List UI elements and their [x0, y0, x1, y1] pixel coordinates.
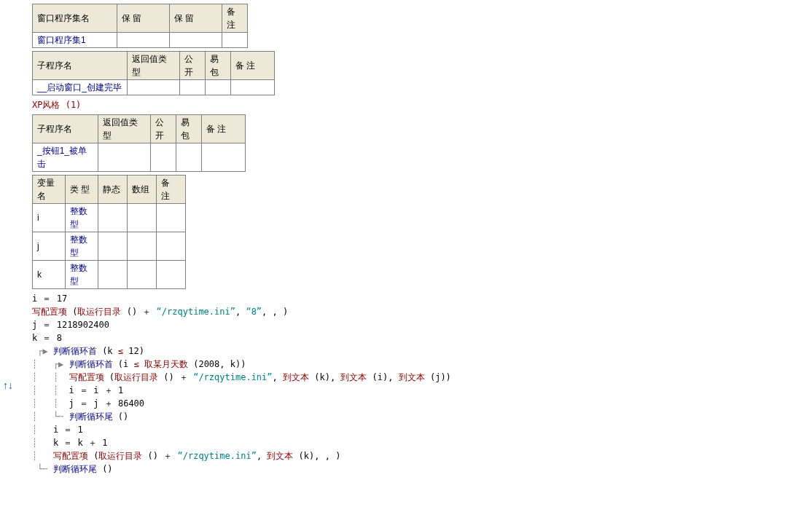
cell[interactable]: [222, 33, 248, 48]
code-line[interactable]: ┊ 写配置项 (取运行目录 () ＋ “/rzqytime.ini”, 到文本 …: [32, 449, 812, 462]
code-line[interactable]: i ＝ 17: [32, 292, 812, 305]
code-line[interactable]: ┊ └╌ 判断循环尾 (): [32, 410, 812, 423]
code-line[interactable]: └╌ 判断循环尾 (): [32, 462, 812, 476]
cell[interactable]: [128, 204, 157, 232]
col-yibao: 易包: [206, 52, 231, 80]
col-remark: 备 注: [157, 176, 186, 204]
table-row[interactable]: _按钮1_被单击: [33, 143, 246, 172]
var-type[interactable]: 整数型: [66, 261, 98, 289]
module-name-cell[interactable]: 窗口程序集1: [33, 33, 117, 48]
cell[interactable]: [98, 232, 128, 261]
code-line[interactable]: ┊ ┌▶ 判断循环首 (i ≤ 取某月天数 (2008, k)): [32, 358, 812, 371]
col-static: 静态: [98, 176, 128, 204]
code-line[interactable]: ┊ ┊ i ＝ i ＋ 1: [32, 384, 812, 397]
cell[interactable]: [157, 204, 186, 232]
cell[interactable]: [206, 80, 231, 95]
cell[interactable]: [202, 143, 246, 172]
col-sub-name: 子程序名: [33, 115, 98, 143]
code-line[interactable]: k ＝ 8: [32, 331, 812, 344]
sub-name-cell[interactable]: _按钮1_被单击: [33, 143, 98, 172]
table-row[interactable]: k 整数型: [33, 261, 186, 289]
code-line[interactable]: 写配置项 (取运行目录 () ＋ “/rzqytime.ini”, “8”, ,…: [32, 305, 812, 318]
code-line[interactable]: ┌▶ 判断循环首 (k ≤ 12): [32, 344, 812, 358]
code-line[interactable]: ┊ ┊ j ＝ j ＋ 86400: [32, 397, 812, 410]
col-sub-name: 子程序名: [33, 52, 128, 80]
cell[interactable]: [128, 261, 157, 289]
var-type[interactable]: 整数型: [66, 232, 98, 261]
var-name[interactable]: k: [33, 261, 66, 289]
cell[interactable]: [170, 33, 222, 48]
var-name[interactable]: j: [33, 232, 66, 261]
col-remark: 备 注: [222, 4, 248, 33]
cell[interactable]: [157, 261, 186, 289]
col-reserved1: 保 留: [117, 4, 170, 33]
cell[interactable]: [98, 143, 151, 172]
cell[interactable]: [231, 80, 275, 95]
code-note: XP风格 (1): [32, 98, 812, 111]
col-var-type: 类 型: [66, 176, 98, 204]
gutter-marker: ↑↓: [3, 379, 13, 392]
cell[interactable]: [128, 80, 180, 95]
var-name[interactable]: i: [33, 204, 66, 232]
col-array: 数组: [128, 176, 157, 204]
col-remark: 备 注: [202, 115, 246, 143]
cell[interactable]: [157, 232, 186, 261]
sub-table-1: 子程序名 返回值类型 公开 易包 备 注 __启动窗口_创建完毕: [32, 51, 275, 95]
cell[interactable]: [151, 143, 176, 172]
sub-table-2: 子程序名 返回值类型 公开 易包 备 注 _按钮1_被单击: [32, 114, 246, 172]
col-return: 返回值类型: [128, 52, 180, 80]
col-var-name: 变量名: [33, 176, 66, 204]
cell[interactable]: [128, 232, 157, 261]
code-line[interactable]: ┊ i ＝ 1: [32, 423, 812, 436]
col-public: 公开: [180, 52, 206, 80]
var-table: 变量名 类 型 静态 数组 备 注 i 整数型 j 整数型 k 整数型: [32, 175, 186, 289]
cell[interactable]: [117, 33, 170, 48]
col-yibao: 易包: [176, 115, 202, 143]
module-table: 窗口程序集名 保 留 保 留 备 注 窗口程序集1: [32, 4, 248, 48]
table-row[interactable]: 窗口程序集1: [33, 33, 248, 48]
code-block[interactable]: i ＝ 17 写配置项 (取运行目录 () ＋ “/rzqytime.ini”,…: [32, 292, 812, 476]
table-row[interactable]: j 整数型: [33, 232, 186, 261]
table-row[interactable]: __启动窗口_创建完毕: [33, 80, 275, 95]
var-type[interactable]: 整数型: [66, 204, 98, 232]
code-line[interactable]: j ＝ 1218902400: [32, 318, 812, 331]
cell[interactable]: [98, 204, 128, 232]
sub-name-cell[interactable]: __启动窗口_创建完毕: [33, 80, 128, 95]
col-reserved2: 保 留: [170, 4, 222, 33]
col-return: 返回值类型: [98, 115, 151, 143]
table-row[interactable]: i 整数型: [33, 204, 186, 232]
cell[interactable]: [176, 143, 202, 172]
code-line[interactable]: ┊ k ＝ k ＋ 1: [32, 436, 812, 449]
col-public: 公开: [151, 115, 176, 143]
cell[interactable]: [98, 261, 128, 289]
col-remark: 备 注: [231, 52, 275, 80]
cell[interactable]: [180, 80, 206, 95]
col-module-name: 窗口程序集名: [33, 4, 117, 33]
code-line[interactable]: ┊ ┊ 写配置项 (取运行目录 () ＋ “/rzqytime.ini”, 到文…: [32, 371, 812, 384]
